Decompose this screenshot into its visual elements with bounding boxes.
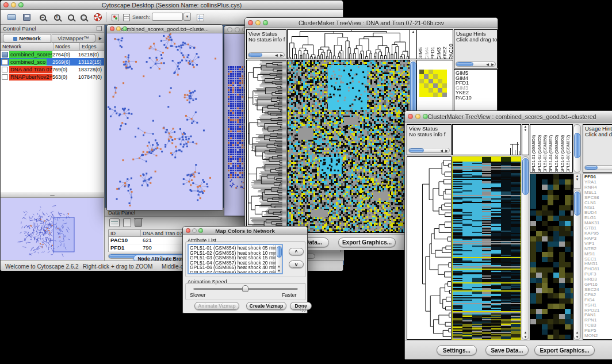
mini-heatmap-cell[interactable] [442, 70, 447, 74]
zoom-fit-icon[interactable]: ⬚ [77, 12, 90, 23]
new-attribute-icon[interactable] [123, 219, 131, 227]
treeview-combined-titlebar[interactable]: ClusterMaker TreeView : combined_scores_… [405, 111, 612, 122]
move-down-button[interactable]: v [289, 260, 304, 268]
close-button[interactable] [227, 27, 232, 32]
mini-heatmap-cell[interactable] [442, 88, 447, 93]
mini-heatmap-cell[interactable] [438, 93, 442, 97]
minimize-button[interactable] [192, 228, 197, 233]
minimize-button[interactable] [116, 26, 121, 31]
mini-heatmap-cell[interactable] [424, 83, 429, 88]
mini-heatmap-cell[interactable] [433, 79, 438, 83]
resize-grip[interactable] [300, 305, 307, 313]
network-list-row[interactable]: RNAPuberNov2+563(0)107847(0) [1, 73, 104, 81]
column-label[interactable]: GPL51-02 (GSM855) [537, 135, 542, 173]
move-up-button[interactable]: ^ [289, 248, 304, 255]
network-view-canvas[interactable] [107, 33, 223, 210]
treeview-dna-titlebar[interactable]: ClusterMaker TreeView : DNA and Tran 07-… [245, 18, 498, 28]
minimize-button[interactable] [235, 27, 240, 32]
mini-heatmap-cell[interactable] [433, 83, 438, 88]
attribute-list[interactable]: GPL51-01 (GSM854) heat shock 05 minGPL51… [188, 244, 283, 274]
minimize-button[interactable] [11, 2, 16, 7]
network-window-1-titlebar[interactable]: combined_scores_good.txt--cluste... [107, 25, 223, 33]
animate-vizmap-button[interactable]: Animate Vizmap [194, 302, 239, 310]
mini-heatmap-cell[interactable] [429, 70, 433, 74]
column-labels-vscrollbar[interactable] [573, 124, 581, 173]
mini-heatmap-cell[interactable] [419, 83, 424, 88]
scroll-down-icon[interactable]: ▼ [574, 178, 580, 181]
mini-heatmap-cell[interactable] [433, 74, 438, 79]
mini-heatmap-cell[interactable] [424, 88, 429, 93]
zoom-selected-icon[interactable] [64, 12, 77, 23]
mini-heatmap-cell[interactable] [438, 83, 442, 88]
gene-label[interactable]: MON2 [583, 334, 612, 339]
search-input[interactable] [152, 13, 183, 21]
column-header-edges[interactable]: Edges [80, 43, 104, 50]
heatmap-panel[interactable] [287, 60, 410, 233]
delete-attribute-icon[interactable] [135, 219, 142, 227]
mini-heatmap-cell[interactable] [419, 74, 424, 79]
export-graphics-button[interactable]: Export Graphics... [338, 237, 396, 247]
mini-heatmap-cell[interactable] [419, 70, 424, 74]
help-lifesaver-icon[interactable] [91, 12, 104, 23]
mini-heatmap-cell[interactable] [429, 74, 433, 79]
mini-heatmap-cell[interactable] [433, 70, 438, 74]
table-grid-icon[interactable] [109, 219, 120, 227]
column-label[interactable]: GPL51-08 (GSM872) [565, 135, 571, 173]
minimize-button[interactable] [415, 114, 420, 119]
mini-heatmap-cell[interactable] [424, 93, 429, 97]
mini-heatmap-cell[interactable] [429, 79, 433, 83]
column-header-nodes[interactable]: Nodes [53, 43, 80, 50]
mini-heatmap-cell[interactable] [419, 79, 424, 83]
mini-heatmap-cell[interactable] [438, 74, 442, 79]
gene-label[interactable]: PAC10 [454, 95, 497, 101]
mini-heatmap[interactable] [419, 70, 447, 97]
column-dendrogram-panel[interactable] [287, 29, 410, 59]
mini-heatmap-cell[interactable] [429, 83, 433, 88]
column-label[interactable]: GIM4 [424, 47, 430, 59]
attribute-browser-icon[interactable] [194, 12, 206, 23]
mini-heatmap-cell[interactable] [438, 79, 442, 83]
scroll-up-icon[interactable]: ▲ [410, 30, 416, 33]
zoom-button[interactable] [123, 26, 127, 31]
panel-splitter[interactable] [1, 193, 104, 198]
column-label[interactable]: GIM5 [418, 47, 424, 59]
tab-network[interactable]: Network [3, 34, 51, 43]
view-status-hscrollbar[interactable]: ◀▶ [248, 52, 285, 58]
sub-heatmap-panel[interactable] [530, 174, 573, 340]
attribute-list-item[interactable]: GPL51-07 (GSM868) heat shock 60 min [189, 270, 282, 274]
zoom-out-icon[interactable]: − [36, 12, 49, 23]
close-button[interactable] [110, 26, 114, 31]
save-data-button[interactable]: Save Data... [485, 345, 529, 355]
mini-heatmap-cell[interactable] [438, 88, 442, 93]
save-icon[interactable] [20, 12, 33, 23]
zoom-button[interactable] [198, 228, 203, 233]
tab-vizmapper[interactable]: VizMapper™ [52, 34, 95, 43]
usage-hints-hscrollbar[interactable] [584, 165, 612, 170]
network-list-row[interactable]: combined_sco2569(6)13112(15) [1, 58, 104, 66]
search-dropdown-icon[interactable]: ▼ [183, 13, 191, 21]
column-label[interactable]: GPL51-06 (GSM865) [554, 135, 560, 173]
settings-button[interactable]: Settings... [437, 345, 477, 355]
column-label[interactable]: GIM3 [437, 47, 442, 59]
mini-heatmap-cell[interactable] [429, 88, 433, 93]
usage-hints-hscrollbar[interactable]: ◀▶ [456, 62, 496, 67]
network-list-row[interactable]: DNA and Tran 07769(0)183728(0) [1, 66, 104, 73]
close-button[interactable] [248, 20, 253, 25]
mini-heatmap-cell[interactable] [419, 93, 424, 97]
tab-overflow-icon[interactable]: ▶ [97, 35, 104, 41]
column-label[interactable]: YKE2 [442, 46, 448, 59]
zoom-in-icon[interactable]: + [51, 12, 63, 23]
sub-heatmap-vscrollbar[interactable]: ▲▼ [573, 190, 581, 340]
mini-heatmap-cell[interactable] [438, 70, 442, 74]
heatmap-panel[interactable] [452, 156, 521, 340]
mini-heatmap-cell[interactable] [442, 74, 447, 79]
row-dendrogram-panel[interactable] [246, 60, 286, 233]
column-dendrogram-panel[interactable] [452, 124, 521, 155]
scroll-down-icon[interactable]: ▼ [522, 128, 529, 132]
column-label[interactable]: GPL51-07 (GSM868) [560, 135, 565, 173]
minimize-button[interactable] [255, 20, 261, 25]
view-status-hscrollbar[interactable]: ◀▶ [408, 148, 450, 153]
main-window-titlebar[interactable]: Cytoscape Desktop (Session Name: collins… [1, 1, 343, 10]
close-button[interactable] [186, 228, 190, 233]
column-label[interactable]: GPL51-01 (GSM854) [531, 135, 537, 173]
